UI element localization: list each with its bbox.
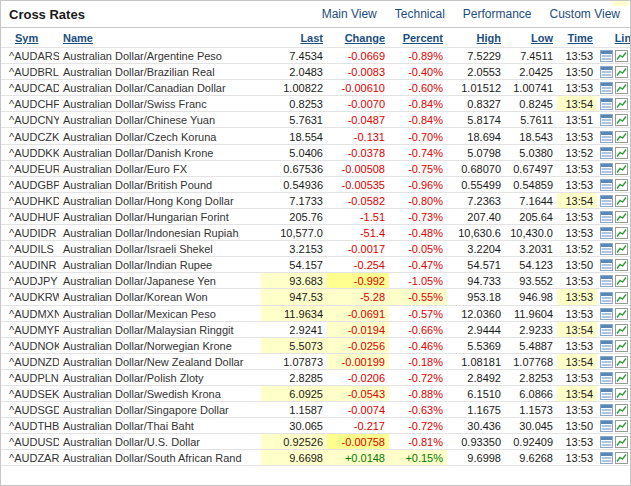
chart-icon[interactable] [615, 452, 628, 464]
symbol-link[interactable]: ^AUDCAD [1, 80, 59, 96]
symbol-link[interactable]: ^AUDMYR [1, 321, 59, 337]
quote-icon[interactable] [600, 452, 613, 464]
chart-icon[interactable] [615, 340, 628, 352]
symbol-link[interactable]: ^AUDTHB [1, 418, 59, 434]
symbol-link[interactable]: ^AUDCZK [1, 128, 59, 144]
quote-icon[interactable] [600, 372, 613, 384]
chart-icon[interactable] [615, 356, 628, 368]
quote-icon[interactable] [600, 340, 613, 352]
quote-icon[interactable] [600, 243, 613, 255]
column-header-last[interactable]: Last [261, 28, 327, 48]
high-value: 9.6998 [447, 450, 505, 466]
symbol-link[interactable]: ^AUDEUR [1, 160, 59, 176]
chart-icon[interactable] [615, 195, 628, 207]
quote-icon[interactable] [600, 163, 613, 175]
chart-icon[interactable] [615, 404, 628, 416]
chart-icon[interactable] [615, 227, 628, 239]
chart-icon[interactable] [615, 292, 628, 304]
symbol-link[interactable]: ^AUDDKK [1, 144, 59, 160]
chart-icon[interactable] [615, 259, 628, 271]
column-header-percent[interactable]: Percent [389, 28, 447, 48]
column-header-time[interactable]: Time [557, 28, 597, 48]
chart-icon[interactable] [615, 436, 628, 448]
quote-icon[interactable] [600, 147, 613, 159]
last-value: 5.0406 [261, 144, 327, 160]
quote-icon[interactable] [600, 131, 613, 143]
view-tab-performance[interactable]: Performance [463, 7, 532, 21]
symbol-link[interactable]: ^AUDGBP [1, 176, 59, 192]
symbol-link[interactable]: ^AUDSGD [1, 402, 59, 418]
quote-icon[interactable] [600, 259, 613, 271]
symbol-link[interactable]: ^AUDBRL [1, 64, 59, 80]
quote-icon[interactable] [600, 179, 613, 191]
symbol-link[interactable]: ^AUDSEK [1, 385, 59, 401]
chart-icon[interactable] [615, 114, 628, 126]
quote-icon[interactable] [600, 420, 613, 432]
symbol-link[interactable]: ^AUDZAR [1, 450, 59, 466]
chart-icon[interactable] [615, 308, 628, 320]
quote-icon[interactable] [600, 388, 613, 400]
symbol-link[interactable]: ^AUDCNY [1, 112, 59, 128]
symbol-link[interactable]: ^AUDKRW [1, 289, 59, 305]
symbol-link[interactable]: ^AUDCHF [1, 96, 59, 112]
chart-icon[interactable] [615, 163, 628, 175]
last-value: 7.4534 [261, 48, 327, 64]
quote-icon[interactable] [600, 195, 613, 207]
chart-icon[interactable] [615, 82, 628, 94]
chart-icon[interactable] [615, 50, 628, 62]
chart-icon[interactable] [615, 179, 628, 191]
quote-icon[interactable] [600, 308, 613, 320]
change-value: -0.254 [327, 257, 389, 273]
symbol-link[interactable]: ^AUDJPY [1, 273, 59, 289]
view-tab-main-view[interactable]: Main View [322, 7, 377, 21]
quote-icon[interactable] [600, 436, 613, 448]
chart-icon[interactable] [615, 275, 628, 287]
chart-icon[interactable] [615, 131, 628, 143]
quote-icon[interactable] [600, 82, 613, 94]
symbol-link[interactable]: ^AUDHUF [1, 208, 59, 224]
quote-icon[interactable] [600, 292, 613, 304]
chart-icon[interactable] [615, 147, 628, 159]
symbol-link[interactable]: ^AUDNZD [1, 353, 59, 369]
quote-icon[interactable] [600, 66, 613, 78]
chart-icon[interactable] [615, 388, 628, 400]
symbol-link[interactable]: ^AUDIDR [1, 225, 59, 241]
quote-icon[interactable] [600, 114, 613, 126]
symbol-link[interactable]: ^AUDUSD [1, 434, 59, 450]
column-header-sym[interactable]: Sym [1, 28, 59, 48]
column-header-low[interactable]: Low [505, 28, 557, 48]
quote-icon[interactable] [600, 211, 613, 223]
table-row: ^AUDKRW Australian Dollar/Korean Won 947… [1, 289, 631, 305]
chart-icon[interactable] [615, 66, 628, 78]
pair-name: Australian Dollar/Czech Koruna [59, 128, 261, 144]
column-header-links[interactable]: Links [597, 28, 631, 48]
high-value: 5.8174 [447, 112, 505, 128]
view-tab-custom-view[interactable]: Custom View [550, 7, 620, 21]
chart-icon[interactable] [615, 324, 628, 336]
quote-icon[interactable] [600, 98, 613, 110]
quote-icon[interactable] [600, 275, 613, 287]
column-header-name[interactable]: Name [59, 28, 261, 48]
quote-icon[interactable] [600, 324, 613, 336]
quote-icon[interactable] [600, 227, 613, 239]
symbol-link[interactable]: ^AUDPLN [1, 369, 59, 385]
quote-icon[interactable] [600, 404, 613, 416]
column-header-change[interactable]: Change [327, 28, 389, 48]
symbol-link[interactable]: ^AUDILS [1, 241, 59, 257]
chart-icon[interactable] [615, 211, 628, 223]
view-tab-technical[interactable]: Technical [395, 7, 445, 21]
quote-icon[interactable] [600, 50, 613, 62]
last-value: 1.07873 [261, 353, 327, 369]
symbol-link[interactable]: ^AUDARS [1, 48, 59, 64]
quote-icon[interactable] [600, 356, 613, 368]
symbol-link[interactable]: ^AUDHKD [1, 192, 59, 208]
chart-icon[interactable] [615, 372, 628, 384]
symbol-link[interactable]: ^AUDMXN [1, 305, 59, 321]
chart-icon[interactable] [615, 98, 628, 110]
chart-icon[interactable] [615, 420, 628, 432]
low-value: 2.0425 [505, 64, 557, 80]
symbol-link[interactable]: ^AUDNOK [1, 337, 59, 353]
symbol-link[interactable]: ^AUDINR [1, 257, 59, 273]
chart-icon[interactable] [615, 243, 628, 255]
column-header-high[interactable]: High [447, 28, 505, 48]
